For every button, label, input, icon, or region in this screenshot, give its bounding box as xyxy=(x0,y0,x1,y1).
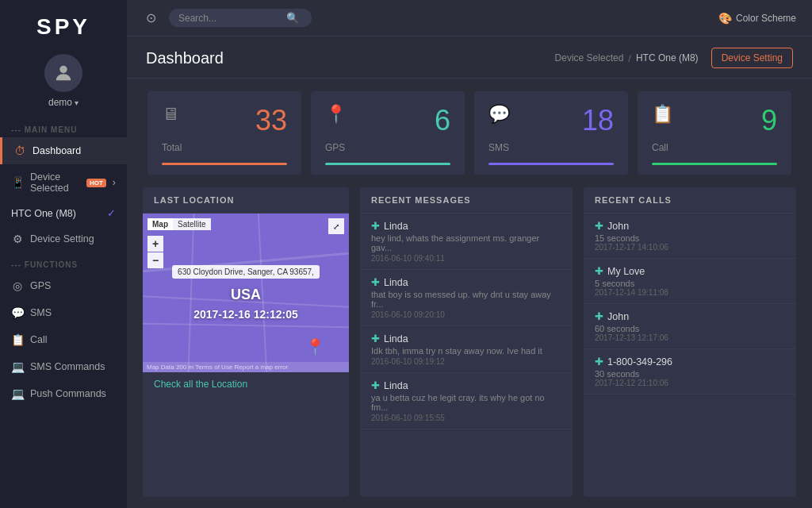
map-footer: Map Data 200 m Terms of Use Report a map… xyxy=(143,362,349,372)
search-box: 🔍 xyxy=(169,9,312,27)
gps-value: 6 xyxy=(435,104,450,137)
zoom-out-btn[interactable]: − xyxy=(147,252,163,268)
breadcrumb-selected: Device Selected xyxy=(555,52,624,64)
call-duration: 15 seconds xyxy=(595,233,785,243)
msg-time: 2016-06-10 09:40:11 xyxy=(371,254,561,263)
call-duration: 5 seconds xyxy=(595,279,785,288)
map-type-map-btn[interactable]: Map xyxy=(147,218,173,230)
message-item[interactable]: ✚ Linda that boy is so messed up. why dn… xyxy=(360,270,573,326)
device-setting-button[interactable]: Device Setting xyxy=(711,48,793,68)
messages-panel: RECENT MESSAGES ✚ Linda hey lind, whats … xyxy=(360,187,573,497)
map-container[interactable]: 630 Cloydon Drive, Sanger, CA 93657, USA… xyxy=(143,214,349,372)
back-button[interactable]: ⊙ xyxy=(143,7,159,29)
sidebar-item-call[interactable]: 📋 Call xyxy=(0,326,127,353)
sidebar-item-label: Call xyxy=(30,334,48,345)
calls-list: ✚ John 15 seconds 2017-12-17 14:10:06 ✚ … xyxy=(584,214,796,497)
color-scheme-button[interactable]: 🎨 Color Scheme xyxy=(718,12,796,25)
map-panel: LAST LOCATION 630 Cloydon Drive, Sanger,… xyxy=(143,187,349,497)
sms-commands-icon: 💻 xyxy=(11,360,24,373)
messages-panel-header: RECENT MESSAGES xyxy=(360,187,573,214)
call-label: Call xyxy=(652,142,777,153)
stat-sms: 💬 18 SMS xyxy=(474,91,628,175)
sidebar-item-label: Push Commands xyxy=(30,388,106,399)
sidebar-item-label: Device Selected xyxy=(30,171,79,194)
app-logo: SPY xyxy=(0,0,127,48)
map-panel-header: LAST LOCATION xyxy=(143,187,349,214)
sms-bar xyxy=(488,163,614,165)
sidebar-item-device-selected[interactable]: 📱 Device Selected HOT › xyxy=(0,164,127,201)
contact-icon: ✚ xyxy=(595,220,603,232)
sidebar-item-device-setting[interactable]: ⚙ Device Setting xyxy=(0,225,127,252)
functions-label: --- FUNCTIONS xyxy=(0,252,127,272)
contact-icon: ✚ xyxy=(371,333,380,344)
dropdown-caret: ▾ xyxy=(75,98,79,107)
contact-icon: ✚ xyxy=(595,310,603,322)
zoom-in-btn[interactable]: + xyxy=(147,236,163,252)
msg-time: 2016-06-10 09:20:10 xyxy=(371,310,561,319)
msg-text: Idk tbh, imma try n stay away now. Ive h… xyxy=(371,346,561,356)
content-body: LAST LOCATION 630 Cloydon Drive, Sanger,… xyxy=(127,187,812,508)
content-header: Dashboard Device Selected / HTC One (M8)… xyxy=(127,37,812,79)
color-scheme-label: Color Scheme xyxy=(736,13,796,24)
check-icon: ✓ xyxy=(107,207,116,219)
call-value: 9 xyxy=(761,104,777,137)
sidebar-item-sms-commands[interactable]: 💻 SMS Commands xyxy=(0,353,127,380)
calls-panel-header: RECENT CALLS xyxy=(584,187,796,214)
dashboard-icon: ⏱ xyxy=(13,144,26,157)
message-item[interactable]: ✚ Linda Idk tbh, imma try n stay away no… xyxy=(360,326,573,373)
gear-icon: ⚙ xyxy=(11,233,24,245)
call-item[interactable]: ✚ My Love 5 seconds 2017-12-14 19:11:08 xyxy=(584,259,796,304)
msg-name: ✚ Linda xyxy=(371,276,561,288)
map-expand-btn[interactable]: ⤢ xyxy=(328,218,344,234)
total-label: Total xyxy=(162,142,287,153)
call-stat-icon: 📋 xyxy=(652,104,673,125)
call-name: ✚ My Love xyxy=(595,265,785,277)
breadcrumb-separator: / xyxy=(628,52,631,64)
page-title: Dashboard xyxy=(146,49,224,67)
msg-name: ✚ Linda xyxy=(371,333,561,344)
sidebar-item-label: Device Setting xyxy=(30,233,94,244)
stat-total: 🖥 33 Total xyxy=(147,91,301,175)
call-item[interactable]: ✚ John 60 seconds 2017-12-13 12:17:06 xyxy=(584,304,796,349)
sidebar-item-push-commands[interactable]: 💻 Push Commands xyxy=(0,380,127,407)
expand-icon: › xyxy=(113,177,116,188)
breadcrumb-device: HTC One (M8) xyxy=(636,52,699,64)
map-type-satellite-btn[interactable]: Satellite xyxy=(173,218,211,230)
messages-list: ✚ Linda hey lind, whats the assignment m… xyxy=(360,214,573,497)
avatar-section: demo ▾ xyxy=(0,48,127,117)
map-zoom-controls: + − xyxy=(147,236,163,268)
username-label[interactable]: demo ▾ xyxy=(48,97,79,108)
check-location-link[interactable]: Check all the Location xyxy=(143,372,349,396)
total-icon: 🖥 xyxy=(162,104,179,125)
map-background: 630 Cloydon Drive, Sanger, CA 93657, USA… xyxy=(143,214,349,372)
sidebar-item-label: Dashboard xyxy=(33,145,81,156)
sidebar-item-dashboard[interactable]: ⏱ Dashboard xyxy=(0,137,127,164)
main-content: ⊙ 🔍 🎨 Color Scheme Dashboard Device Sele… xyxy=(127,0,812,508)
call-time: 2017-12-17 14:10:06 xyxy=(595,243,785,252)
user-icon xyxy=(52,62,75,84)
call-time: 2017-12-14 19:11:08 xyxy=(595,288,785,297)
sidebar-item-device-name[interactable]: HTC One (M8) ✓ xyxy=(0,201,127,225)
contact-icon: ✚ xyxy=(371,276,380,288)
sidebar-item-gps[interactable]: ◎ GPS xyxy=(0,272,127,299)
call-duration: 30 seconds xyxy=(595,369,785,379)
message-item[interactable]: ✚ Linda ya u betta cuz he legit cray. it… xyxy=(360,373,573,429)
sidebar-item-label: SMS Commands xyxy=(30,361,105,372)
call-name: ✚ 1-800-349-296 xyxy=(595,356,785,368)
contact-icon: ✚ xyxy=(595,356,603,368)
message-item[interactable]: ✚ Linda hey lind, whats the assignment m… xyxy=(360,214,573,270)
call-icon: 📋 xyxy=(11,333,24,346)
call-name: ✚ John xyxy=(595,310,785,322)
sidebar-item-sms[interactable]: 💬 SMS xyxy=(0,299,127,326)
gps-label: GPS xyxy=(325,142,450,153)
calls-panel: RECENT CALLS ✚ John 15 seconds 2017-12-1… xyxy=(584,187,796,497)
contact-icon: ✚ xyxy=(595,265,603,277)
search-input[interactable] xyxy=(178,13,282,24)
sms-stat-icon: 💬 xyxy=(488,104,510,125)
call-item[interactable]: ✚ 1-800-349-296 30 seconds 2017-12-12 21… xyxy=(584,349,796,394)
msg-name: ✚ Linda xyxy=(371,379,561,391)
msg-text: ya u betta cuz he legit cray. its why he… xyxy=(371,393,561,412)
call-item[interactable]: ✚ John 15 seconds 2017-12-17 14:10:06 xyxy=(584,214,796,259)
map-marker: 📍 xyxy=(305,337,325,356)
push-commands-icon: 💻 xyxy=(11,387,24,400)
